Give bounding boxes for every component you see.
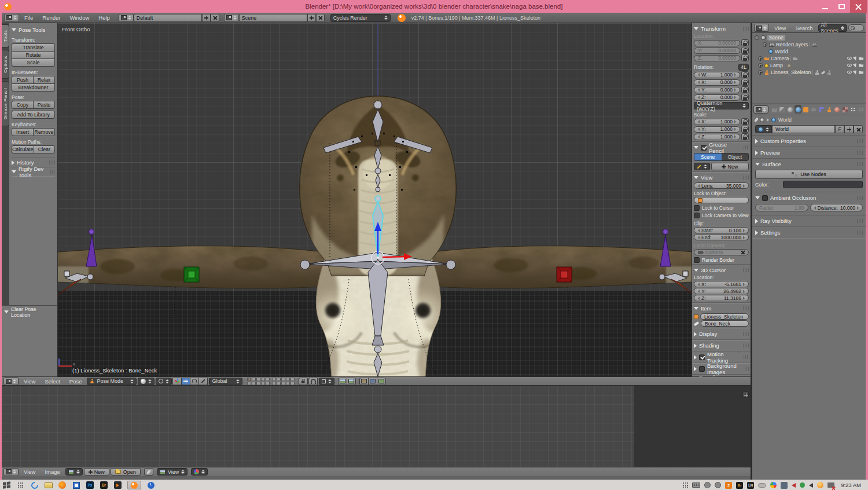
close-button[interactable] [850, 0, 867, 13]
location-x-field[interactable]: X:0.00000 [694, 40, 740, 46]
orientation-dropdown[interactable]: Global [209, 378, 242, 385]
fake-user-button[interactable]: F [835, 125, 844, 133]
selectability-cursor-icon[interactable] [853, 56, 858, 61]
custom-properties-panel[interactable]: Custom Properties [752, 135, 866, 147]
location-y-field[interactable]: Y:0.00000 [694, 47, 740, 54]
calculate-paths-button[interactable]: Calculate [12, 145, 34, 153]
push-button[interactable]: Push [12, 76, 34, 84]
clip-end-field[interactable]: End:1000.000 [694, 234, 749, 240]
tab-render[interactable] [771, 105, 778, 114]
record-icon-1[interactable] [704, 482, 711, 488]
close-icon[interactable] [741, 250, 745, 254]
rigify-panel-header[interactable]: Rigify Dev Tools [12, 167, 55, 176]
outliner-row-lioness-skeleton[interactable]: Lioness_Skeleton [752, 69, 866, 76]
local-camera-field[interactable]: Camera [694, 249, 749, 255]
panel-grip[interactable] [743, 306, 749, 310]
lock-icon[interactable] [741, 133, 749, 140]
translate-button[interactable]: Translate [12, 43, 55, 52]
use-nodes-button[interactable]: Use Nodes [755, 170, 863, 179]
panel-grip[interactable] [744, 355, 749, 359]
scene-add-button[interactable] [307, 14, 316, 22]
start-button[interactable] [2, 481, 11, 489]
layer-grid[interactable] [247, 378, 295, 385]
clear-paths-button[interactable]: Clear [34, 145, 55, 153]
outliner-row-renderlayers[interactable]: RenderLayers [752, 41, 866, 48]
selectability-cursor-icon[interactable] [853, 70, 858, 75]
rotate-button[interactable]: Rotate [12, 51, 55, 59]
cursor-x-field[interactable]: X:-5.1681 [694, 281, 749, 287]
grease-layer-button[interactable] [694, 163, 710, 170]
lock-icon[interactable] [741, 79, 749, 86]
collapse-expander-icon[interactable] [758, 56, 763, 61]
search-app-icon[interactable] [770, 482, 777, 488]
item-panel-header[interactable]: Item [694, 304, 749, 313]
photoshop-button[interactable]: Ps [86, 481, 94, 489]
visibility-eye-icon[interactable] [847, 57, 852, 60]
bridge-tray-icon[interactable]: Br [736, 482, 743, 489]
lock-icon[interactable] [741, 54, 749, 61]
ao-distance-field[interactable]: Distance:10.000 [810, 204, 863, 211]
grease-pencil-panel-header[interactable]: Grease Pencil [694, 143, 749, 152]
vp-menu-pose[interactable]: Pose [65, 376, 86, 386]
layout-name-field[interactable]: Default [134, 14, 202, 22]
panel-grip[interactable] [50, 170, 55, 174]
snap-toggle-button[interactable] [308, 378, 318, 385]
editor-divider[interactable] [751, 23, 752, 480]
remove-keyframe-button[interactable]: Remove [33, 128, 55, 136]
tab-physics[interactable] [857, 105, 865, 114]
scenes-filter-dropdown[interactable]: All Scenes [818, 24, 847, 32]
uv-region-expand-button[interactable] [742, 392, 749, 398]
world-browse-button[interactable] [755, 125, 772, 133]
scene-browse-button[interactable] [224, 14, 239, 22]
tab-object-data[interactable] [826, 105, 833, 114]
viewport-3d[interactable]: Front Ortho (1) Lioness_Skeleton : Bone_… [2, 23, 751, 376]
lock-icon[interactable] [741, 94, 749, 101]
tab-particles[interactable] [849, 105, 857, 114]
lock-icon[interactable] [741, 126, 749, 133]
breakdowner-button[interactable]: Breakdowner [12, 83, 55, 92]
zbrush-icon[interactable]: Z [725, 482, 732, 489]
motion-tracking-panel-header[interactable]: Motion Tracking [694, 353, 749, 361]
lens-field[interactable]: Lens:35.000 [694, 182, 749, 189]
panel-grip[interactable] [49, 160, 55, 164]
pivot-dropdown[interactable] [156, 378, 172, 385]
mode-dropdown[interactable]: Pose Mode [87, 378, 137, 385]
panel-grip[interactable] [743, 268, 749, 272]
green-app-icon[interactable] [800, 482, 805, 488]
vp-menu-view[interactable]: View [20, 376, 39, 386]
panel-grip[interactable] [857, 219, 863, 223]
render-border-checkbox[interactable] [694, 257, 700, 263]
translate-manipulator-button[interactable] [181, 378, 190, 385]
display-app-icon[interactable] [781, 482, 788, 489]
rotation-x-field[interactable]: X:0.000 [694, 79, 740, 86]
scale-manipulator-button[interactable] [198, 378, 208, 385]
unlink-world-button[interactable] [854, 125, 863, 133]
item-object-field[interactable]: Lioness_Skeleton [700, 313, 749, 320]
tab-object[interactable] [802, 105, 810, 114]
rotation-w-field[interactable]: W:1.000 [694, 72, 740, 78]
pose-tools-panel-header[interactable]: Pose Tools [12, 25, 55, 34]
outliner-row-lamp[interactable]: Lamp [752, 62, 866, 69]
collapse-expander-icon[interactable] [758, 63, 763, 68]
scale-button[interactable]: Scale [12, 58, 55, 67]
scene-selector[interactable]: Scene [224, 14, 325, 22]
snap-element-dropdown[interactable] [319, 378, 334, 385]
collapse-expander-icon[interactable] [763, 42, 767, 47]
panel-grip[interactable] [743, 175, 749, 180]
new-world-button[interactable] [844, 125, 854, 133]
rotation-4l-button[interactable]: 4L [738, 64, 749, 71]
ambient-occlusion-header[interactable]: Ambient Occlusion [755, 193, 863, 202]
motion-tracking-checkbox[interactable] [699, 354, 705, 360]
collapse-expander-icon[interactable] [755, 35, 759, 40]
network-error-icon[interactable] [827, 482, 834, 488]
window-titlebar[interactable]: Blender* [D:\My work\0organized works\3d… [0, 0, 868, 13]
panel-grip[interactable] [744, 145, 749, 149]
tab-tools[interactable]: Tools [2, 24, 9, 47]
lock-icon[interactable] [741, 47, 749, 54]
update-orb-icon[interactable] [817, 482, 823, 488]
display-mode-dropdown[interactable]: View [157, 468, 187, 476]
record-icon-2[interactable] [715, 482, 721, 488]
uv-menu-image[interactable]: Image [41, 467, 64, 477]
scale-y-field[interactable]: Y:1.000 [694, 126, 740, 133]
copy-pose-button[interactable]: Copy [12, 101, 34, 109]
